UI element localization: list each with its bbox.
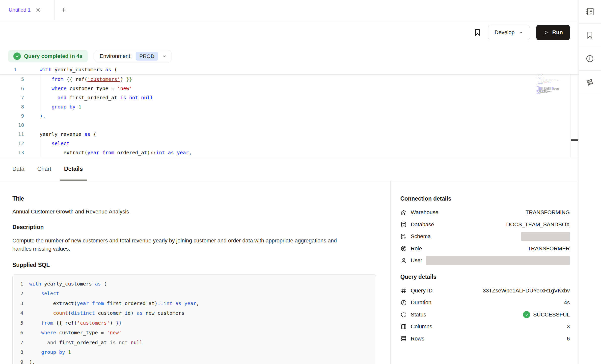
detail-value: TRANSFORMER [528, 245, 570, 252]
role-row: RoleTRANSFORMER [400, 243, 570, 255]
editor-line[interactable]: 7 and first_ordered_at is not null [0, 93, 578, 102]
details-sidebar: Connection details WarehouseTRANSFORMING… [391, 181, 578, 364]
rail-compass-button[interactable] [578, 71, 601, 94]
close-icon[interactable] [36, 7, 41, 13]
line-number: 1 [13, 281, 29, 287]
status-icon [400, 311, 407, 318]
editor-line[interactable]: 10 [0, 120, 578, 130]
line-number: 5 [13, 320, 29, 326]
right-icon-rail [578, 0, 601, 364]
rows-row: Rows6 [400, 333, 570, 345]
editor-sticky-line: 1 with yearly_customers as ( [0, 65, 578, 75]
rail-history-button[interactable] [578, 47, 601, 71]
scrollbar-thumb[interactable] [571, 139, 578, 141]
columns-icon [400, 323, 407, 330]
description-heading: Description [12, 224, 376, 231]
chevron-down-icon [519, 30, 523, 35]
line-number: 6 [13, 330, 29, 336]
rows-icon [400, 335, 407, 342]
result-view-tabs: DataChartDetails [0, 157, 578, 181]
editor-line[interactable]: 5 from {{ ref('customers') }} [0, 75, 578, 84]
environment-selector[interactable]: Environment: PROD [95, 50, 171, 62]
sql-editor[interactable]: 1 with yearly_customers as ( 5 from {{ r… [0, 65, 578, 157]
tab-bar: Untitled 1 [0, 0, 578, 20]
supplied-sql-line: 8 group by 1 [13, 347, 376, 357]
supplied-sql-line: 7 and first_ordered_at is not null [13, 338, 376, 347]
chevron-down-icon [162, 54, 166, 58]
editor-scrollbar[interactable] [571, 68, 578, 157]
run-button[interactable]: Run [536, 25, 570, 40]
detail-label: Schema [411, 233, 431, 240]
detail-label: User [411, 257, 422, 264]
rail-notebook-button[interactable] [578, 0, 601, 24]
line-number: 7 [0, 95, 24, 101]
rail-bookmark-button[interactable] [578, 24, 601, 47]
detail-value: DOCS_TEAM_SANDBOX [506, 221, 570, 228]
role-icon [400, 245, 407, 252]
line-number: 11 [0, 131, 24, 137]
supplied-sql-heading: Supplied SQL [12, 262, 376, 268]
connection-details-heading: Connection details [400, 195, 570, 202]
detail-value: 3 [567, 323, 570, 330]
line-number: 9 [0, 113, 24, 119]
develop-label: Develop [495, 29, 515, 36]
redacted-value [426, 256, 570, 265]
detail-label: Rows [411, 336, 424, 342]
editor-line[interactable]: 12 select [0, 139, 578, 148]
line-number: 8 [0, 104, 24, 110]
tab-data[interactable]: Data [12, 157, 25, 181]
editor-line[interactable]: 13 extract(year from ordered_at)::int as… [0, 148, 578, 157]
bookmark-icon [473, 28, 482, 37]
supplied-sql-line: 5 from {{ ref('customers') }} [13, 318, 376, 328]
schema-row: Schema [400, 231, 570, 243]
detail-label: Query ID [411, 287, 433, 294]
editor-line[interactable]: 8 group by 1 [0, 102, 578, 111]
status-value: SUCCESSFUL [523, 311, 570, 318]
tab-untitled-1[interactable]: Untitled 1 [0, 0, 55, 20]
duration-row: Duration4s [400, 297, 570, 309]
query-status-text: Query completed in 4s [24, 53, 82, 59]
detail-label: Warehouse [411, 209, 438, 216]
tab-chart[interactable]: Chart [37, 157, 52, 181]
clock-icon [400, 299, 407, 306]
new-tab-button[interactable] [60, 0, 67, 20]
line-number: 4 [13, 310, 29, 316]
status-row: Query completed in 4s Environment: PROD [0, 50, 578, 62]
query-details-heading: Query details [400, 274, 570, 280]
run-label: Run [552, 29, 563, 36]
title-value: Annual Customer Growth and Revenue Analy… [12, 208, 376, 215]
editor-line[interactable]: 9), [0, 111, 578, 120]
editor-line[interactable]: 11yearly_revenue as ( [0, 130, 578, 139]
line-number: 6 [0, 85, 24, 91]
detail-label: Columns [411, 323, 432, 330]
toolbar: Develop Run [0, 20, 578, 45]
database-icon [400, 221, 407, 228]
compass-icon [585, 78, 594, 87]
supplied-sql-line: 6 where customer_type = 'new' [13, 328, 376, 338]
line-number: 9 [13, 359, 29, 364]
columns-row: Columns3 [400, 321, 570, 333]
environment-label: Environment: [100, 53, 132, 59]
editor-line[interactable]: 6 where customer_type = 'new' [0, 84, 578, 93]
develop-dropdown[interactable]: Develop [488, 25, 530, 40]
supplied-sql-line: 4 count(distinct customer_id) as new_cus… [13, 308, 376, 318]
tab-details[interactable]: Details [64, 157, 83, 181]
details-panel: Title Annual Customer Growth and Revenue… [0, 181, 578, 364]
tab-label: Untitled 1 [9, 7, 31, 13]
title-heading: Title [12, 195, 376, 202]
play-icon [543, 30, 549, 35]
line-number: 10 [0, 122, 24, 128]
detail-value: SUCCESSFUL [533, 312, 570, 318]
details-main: Title Annual Customer Growth and Revenue… [0, 181, 391, 364]
history-icon [585, 54, 594, 63]
notebook-icon [585, 7, 594, 16]
line-number: 7 [13, 339, 29, 345]
environment-value-badge: PROD [136, 52, 158, 61]
line-number: 1 [0, 67, 24, 73]
detail-label: Role [411, 245, 422, 252]
detail-value: TRANSFORMING [526, 209, 570, 216]
redacted-value [521, 232, 570, 241]
bookmark-button[interactable] [473, 28, 482, 37]
detail-value: 4s [564, 299, 570, 306]
line-number: 12 [0, 140, 24, 146]
